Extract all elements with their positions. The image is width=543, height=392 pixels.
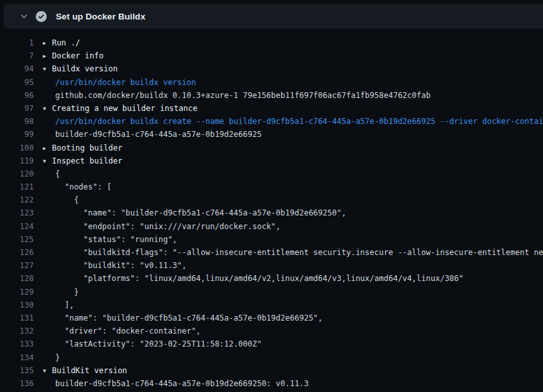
output-text: { xyxy=(43,167,60,180)
line-number[interactable]: 130 xyxy=(0,299,34,312)
line-number[interactable]: 121 xyxy=(0,180,34,193)
log-line: 132 "driver": "docker-container", xyxy=(0,325,543,337)
output-text: "status": "running", xyxy=(43,233,177,246)
check-circle-icon xyxy=(36,11,47,22)
line-number[interactable]: 100 xyxy=(0,141,34,154)
line-number[interactable]: 95 xyxy=(0,76,34,89)
chevron-down-icon[interactable] xyxy=(19,11,29,21)
group-collapse-arrow-icon[interactable]: ▼ xyxy=(43,155,52,167)
log-line: 129 } xyxy=(0,286,543,299)
line-number[interactable]: 120 xyxy=(0,167,34,180)
output-text: "name": "builder-d9cfb5a1-c764-445a-a57e… xyxy=(43,312,323,325)
line-number[interactable]: 126 xyxy=(0,246,34,259)
line-number[interactable]: 98 xyxy=(0,115,34,128)
log-line: 125 "status": "running", xyxy=(0,233,543,246)
line-number[interactable]: 123 xyxy=(0,206,34,219)
output-text: "nodes": [ xyxy=(43,180,112,193)
command-text: /usr/bin/docker buildx create --name bui… xyxy=(43,115,543,128)
log-line: 123 "name": "builder-d9cfb5a1-c764-445a-… xyxy=(0,206,543,219)
output-text: "name": "builder-d9cfb5a1-c764-445a-a57e… xyxy=(43,206,346,219)
group-title[interactable]: Docker info xyxy=(52,51,103,60)
group-expand-arrow-icon[interactable]: ▶ xyxy=(43,37,52,49)
log-group-header[interactable]: ▼Inspect builder xyxy=(43,154,122,167)
command-text: /usr/bin/docker buildx version xyxy=(43,76,196,89)
line-number[interactable]: 122 xyxy=(0,193,34,206)
line-number[interactable]: 96 xyxy=(0,89,34,102)
line-number[interactable]: 128 xyxy=(0,272,34,285)
log-line: 136builder-d9cfb5a1-c764-445a-a57e-0b19d… xyxy=(0,377,543,390)
output-text: "platforms": "linux/amd64,linux/amd64/v2… xyxy=(43,272,464,285)
group-title[interactable]: Buildx version xyxy=(52,64,118,73)
output-text: "lastActivity": "2023-02-25T11:58:12.000… xyxy=(43,337,262,350)
log-line: 1▶Run ./ xyxy=(0,36,543,49)
step-title: Set up Docker Buildx xyxy=(56,12,145,21)
line-number[interactable]: 134 xyxy=(0,351,34,364)
output-text: "driver": "docker-container", xyxy=(43,325,201,337)
output-text: } xyxy=(43,351,60,364)
output-text: ], xyxy=(43,299,74,312)
log-group-header[interactable]: ▶Run ./ xyxy=(43,36,80,49)
line-number[interactable]: 119 xyxy=(0,154,34,167)
group-title[interactable]: Creating a new builder instance xyxy=(52,104,197,113)
log-group-header[interactable]: ▼Creating a new builder instance xyxy=(43,102,197,115)
output-text: "buildkit": "v0.11.3", xyxy=(43,259,186,272)
line-number[interactable]: 125 xyxy=(0,233,34,246)
line-number[interactable]: 136 xyxy=(0,377,34,390)
log-line: 130 ], xyxy=(0,299,543,312)
line-number[interactable]: 135 xyxy=(0,364,34,377)
line-number[interactable]: 129 xyxy=(0,286,34,299)
log-line: 135▼BuildKit version xyxy=(0,364,543,377)
output-text: builder-d9cfb5a1-c764-445a-a57e-0b19d2e6… xyxy=(43,128,262,141)
line-number[interactable]: 94 xyxy=(0,62,34,75)
log-line: 124 "endpoint": "unix:///var/run/docker.… xyxy=(0,220,543,233)
log-line: 126 "buildkitd-flags": "--allow-insecure… xyxy=(0,246,543,259)
output-text: github.com/docker/buildx 0.10.3+azure-1 … xyxy=(43,89,431,102)
log-line: 94▼Buildx version xyxy=(0,62,543,75)
log-group-header[interactable]: ▶Booting builder xyxy=(43,141,122,154)
log-group-header[interactable]: ▼Buildx version xyxy=(43,62,118,75)
line-number[interactable]: 127 xyxy=(0,259,34,272)
log-line: 100▶Booting builder xyxy=(0,141,543,154)
group-collapse-arrow-icon[interactable]: ▼ xyxy=(43,103,52,115)
log-line: 122 { xyxy=(0,193,543,206)
group-collapse-arrow-icon[interactable]: ▼ xyxy=(43,365,52,377)
log-line: 134} xyxy=(0,351,543,364)
log-line: 121 "nodes": [ xyxy=(0,180,543,193)
output-text: builder-d9cfb5a1-c764-445a-a57e-0b19d2e6… xyxy=(43,377,309,390)
log-line: 120{ xyxy=(0,167,543,180)
group-collapse-arrow-icon[interactable]: ▼ xyxy=(43,63,52,75)
output-text: } xyxy=(43,286,79,299)
group-title[interactable]: BuildKit version xyxy=(52,366,127,375)
log-line: 95/usr/bin/docker buildx version xyxy=(0,76,543,89)
group-title[interactable]: Booting builder xyxy=(52,143,122,153)
log-line: 128 "platforms": "linux/amd64,linux/amd6… xyxy=(0,272,543,285)
log-area: 1▶Run ./7▶Docker info94▼Buildx version95… xyxy=(0,36,543,390)
log-group-header[interactable]: ▼BuildKit version xyxy=(43,364,127,377)
output-text: { xyxy=(43,193,79,206)
log-line: 119▼Inspect builder xyxy=(0,154,543,167)
output-text: "buildkitd-flags": "--allow-insecure-ent… xyxy=(43,246,543,259)
log-line: 98/usr/bin/docker buildx create --name b… xyxy=(0,115,543,128)
log-line: 7▶Docker info xyxy=(0,49,543,62)
line-number[interactable]: 132 xyxy=(0,325,34,337)
group-title[interactable]: Run ./ xyxy=(52,38,80,47)
log-line: 127 "buildkit": "v0.11.3", xyxy=(0,259,543,272)
log-line: 133 "lastActivity": "2023-02-25T11:58:12… xyxy=(0,337,543,350)
log-line: 99builder-d9cfb5a1-c764-445a-a57e-0b19d2… xyxy=(0,128,543,141)
line-number[interactable]: 7 xyxy=(0,49,34,62)
line-number[interactable]: 131 xyxy=(0,312,34,325)
line-number[interactable]: 97 xyxy=(0,102,34,115)
log-group-header[interactable]: ▶Docker info xyxy=(43,49,103,62)
line-number[interactable]: 1 xyxy=(0,36,34,49)
output-text: "endpoint": "unix:///var/run/docker.sock… xyxy=(43,220,281,233)
line-number[interactable]: 99 xyxy=(0,128,34,141)
group-title[interactable]: Inspect builder xyxy=(52,156,122,165)
line-number[interactable]: 133 xyxy=(0,337,34,350)
log-line: 97▼Creating a new builder instance xyxy=(0,102,543,115)
log-line: 131 "name": "builder-d9cfb5a1-c764-445a-… xyxy=(0,312,543,325)
line-number[interactable]: 124 xyxy=(0,220,34,233)
group-expand-arrow-icon[interactable]: ▶ xyxy=(43,142,52,154)
group-expand-arrow-icon[interactable]: ▶ xyxy=(43,50,52,62)
step-header[interactable]: Set up Docker Buildx xyxy=(3,4,543,29)
log-line: 96github.com/docker/buildx 0.10.3+azure-… xyxy=(0,89,543,102)
